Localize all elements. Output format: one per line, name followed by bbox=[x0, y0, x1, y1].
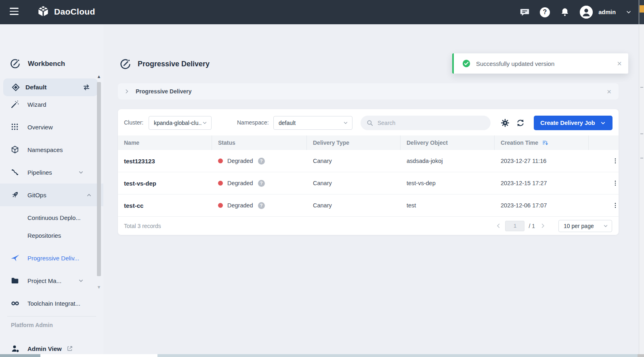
main-content: Progressive Delivery Successfully update… bbox=[103, 24, 639, 357]
next-page-icon[interactable] bbox=[537, 223, 548, 229]
horizontal-scrollbar-thumb[interactable] bbox=[40, 354, 157, 357]
row-creation-time: 2023-12-27 11:16 bbox=[495, 150, 589, 172]
page-number-input[interactable] bbox=[505, 221, 524, 231]
row-status: Degraded ? bbox=[212, 172, 307, 194]
sidebar-item-gitops[interactable]: GitOps bbox=[0, 184, 103, 206]
kebab-menu-icon[interactable] bbox=[612, 202, 619, 209]
brand-logo[interactable]: DaoCloud bbox=[36, 5, 95, 19]
chevron-down-icon bbox=[78, 278, 84, 284]
page-title: Progressive Delivery bbox=[138, 60, 210, 68]
row-delivery-object: test bbox=[401, 194, 495, 216]
sidebar-scrollbar-thumb[interactable] bbox=[97, 82, 101, 276]
table-row[interactable]: test123123 Degraded ? Canary asdsada-jok… bbox=[118, 150, 619, 172]
status-label: Degraded bbox=[227, 180, 253, 186]
column-header-actions bbox=[589, 135, 619, 150]
status-help-icon[interactable]: ? bbox=[258, 158, 265, 165]
table-header: Name Status Delivery Type Delivery Objec… bbox=[118, 135, 619, 150]
status-label: Degraded bbox=[227, 158, 253, 164]
help-icon[interactable]: ? bbox=[539, 7, 550, 17]
sidebar-item-progressive-delivery[interactable]: Progressive Deliv... bbox=[0, 249, 95, 267]
workspace-selector[interactable]: Default bbox=[3, 78, 98, 96]
row-delivery-type: Canary bbox=[307, 172, 401, 194]
scroll-down-arrow[interactable]: ▼ bbox=[96, 285, 101, 289]
column-header-status: Status bbox=[212, 135, 307, 150]
workbench-header[interactable]: Workbench bbox=[10, 58, 65, 69]
chevron-down-icon bbox=[600, 120, 606, 126]
chevron-down-icon bbox=[202, 120, 208, 126]
row-delivery-type: Canary bbox=[307, 150, 401, 172]
row-name: test-vs-dep bbox=[118, 172, 212, 194]
row-status: Degraded ? bbox=[212, 194, 307, 216]
total-records-label: Total 3 records bbox=[124, 223, 161, 229]
user-avatar[interactable] bbox=[580, 6, 593, 19]
create-delivery-job-button[interactable]: Create Delivery Job bbox=[534, 116, 613, 130]
table-row[interactable]: test-cc Degraded ? Canary test 2023-12-0… bbox=[118, 194, 619, 217]
chevron-down-icon[interactable] bbox=[625, 9, 632, 15]
table-row[interactable]: test-vs-dep Degraded ? Canary test-vs-de… bbox=[118, 172, 619, 194]
sidebar-item-overview[interactable]: Overview bbox=[0, 118, 95, 136]
scroll-up-arrow[interactable]: ▲ bbox=[96, 74, 101, 79]
sidebar-item-pipelines[interactable]: Pipelines bbox=[0, 163, 95, 181]
toast-close-icon[interactable]: × bbox=[617, 59, 622, 68]
breadcrumb[interactable]: Progressive Delivery bbox=[136, 88, 192, 95]
check-circle-icon bbox=[462, 59, 471, 68]
kebab-menu-icon[interactable] bbox=[612, 180, 619, 187]
infinity-icon bbox=[10, 299, 19, 308]
admin-user-icon bbox=[10, 344, 20, 353]
row-name: test123123 bbox=[118, 150, 212, 172]
refresh-icon[interactable] bbox=[516, 118, 525, 127]
sidebar-divider bbox=[7, 316, 96, 317]
sidebar-item-continuous-deployment[interactable]: Continuous Deplo... bbox=[0, 209, 95, 226]
column-header-creation-time: Creation Time bbox=[495, 135, 589, 150]
messages-icon[interactable] bbox=[519, 7, 530, 17]
sidebar-item-repositories[interactable]: Repositories bbox=[0, 226, 95, 244]
sidebar-item-toolchain-integration[interactable]: Toolchain Integrat... bbox=[0, 294, 95, 312]
column-header-delivery-type: Delivery Type bbox=[307, 135, 401, 150]
row-name: test-cc bbox=[118, 194, 212, 216]
username-label[interactable]: admin bbox=[598, 9, 616, 15]
notifications-bell-icon[interactable] bbox=[560, 7, 570, 17]
status-dot-degraded bbox=[218, 181, 223, 186]
brand-name: DaoCloud bbox=[54, 7, 95, 17]
search-input[interactable] bbox=[377, 119, 478, 127]
sidebar-scrollbar: ▲ ▼ bbox=[96, 74, 102, 289]
sort-descending-icon[interactable] bbox=[542, 139, 549, 146]
kebab-menu-icon[interactable] bbox=[612, 157, 619, 165]
prev-page-icon[interactable] bbox=[493, 223, 503, 229]
page-size-select[interactable]: 10 per page bbox=[558, 220, 612, 232]
delivery-jobs-card: Cluster: kpanda-global-clu... Namespace:… bbox=[118, 109, 619, 235]
hamburger-icon[interactable] bbox=[10, 8, 19, 17]
row-creation-time: 2023-12-06 17:07 bbox=[495, 194, 589, 216]
workbench-icon bbox=[10, 58, 21, 69]
breadcrumb-bar: Progressive Delivery × bbox=[118, 83, 619, 99]
external-link-icon bbox=[67, 345, 73, 352]
sidebar-item-namespaces[interactable]: Namespaces bbox=[0, 141, 95, 158]
status-help-icon[interactable]: ? bbox=[258, 202, 265, 209]
sidebar: Workbench Default Wizard Overview Namesp… bbox=[0, 24, 103, 355]
settings-gear-icon[interactable] bbox=[501, 118, 510, 127]
workspace-label: Default bbox=[25, 84, 82, 91]
daocloud-cube-icon bbox=[36, 5, 50, 19]
workbench-label: Workbench bbox=[28, 60, 65, 68]
row-delivery-object: test-vs-dep bbox=[401, 172, 495, 194]
chevron-down-icon bbox=[78, 169, 84, 175]
cube-icon bbox=[10, 145, 19, 154]
folder-icon bbox=[10, 276, 19, 285]
column-header-delivery-object: Delivery Object bbox=[401, 135, 495, 150]
sidebar-item-wizard[interactable]: Wizard bbox=[0, 95, 95, 113]
wand-icon bbox=[10, 100, 19, 109]
page-horizontal-scrollbar bbox=[0, 354, 644, 357]
namespace-select[interactable]: default bbox=[273, 116, 352, 130]
cluster-select[interactable]: kpanda-global-clu... bbox=[149, 116, 212, 130]
sidebar-item-project-management[interactable]: Project Ma... bbox=[0, 272, 95, 289]
page-vertical-scrollbar[interactable] bbox=[639, 0, 644, 357]
swap-workspace-icon[interactable] bbox=[82, 83, 90, 91]
status-label: Degraded bbox=[227, 202, 253, 209]
cluster-label: Cluster: bbox=[124, 119, 143, 126]
breadcrumb-close-icon[interactable]: × bbox=[607, 88, 611, 95]
search-box[interactable] bbox=[361, 116, 491, 130]
rocket-icon bbox=[10, 190, 19, 199]
status-help-icon[interactable]: ? bbox=[258, 180, 265, 187]
namespace-label: Namespace: bbox=[237, 119, 269, 126]
status-dot-degraded bbox=[218, 203, 223, 208]
